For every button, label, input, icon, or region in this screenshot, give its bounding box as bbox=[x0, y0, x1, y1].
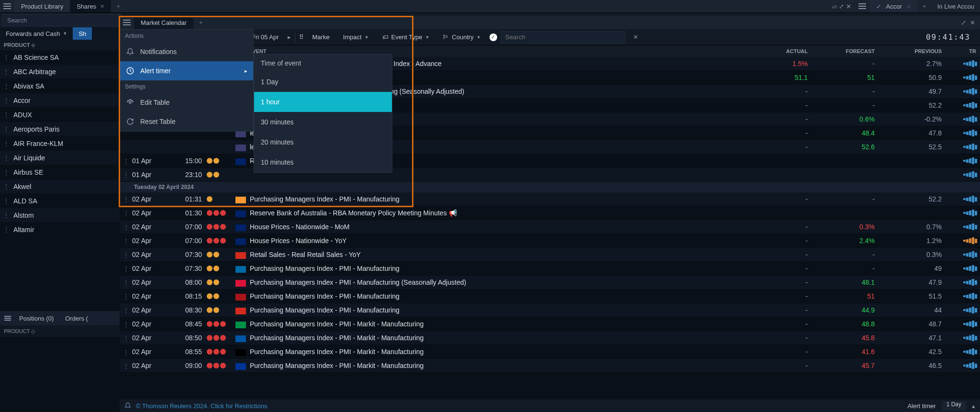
next-icon[interactable]: ▸ bbox=[288, 33, 291, 41]
drag-icon[interactable]: ⋮ bbox=[120, 321, 132, 328]
drag-icon[interactable]: ⋮ bbox=[3, 111, 11, 119]
window-expand-icon[interactable]: ⤢ bbox=[839, 3, 844, 10]
drag-icon[interactable]: ⋮ bbox=[3, 212, 11, 219]
tab-positions[interactable]: Positions (0) bbox=[14, 313, 58, 324]
tab-product-library[interactable]: Product Library bbox=[14, 0, 70, 12]
event-row[interactable]: ⋮02 Apr08:45Purchasing Managers Index - … bbox=[120, 317, 980, 331]
close-icon[interactable]: ✕ bbox=[100, 3, 104, 10]
one-day-button[interactable]: 1 Day bbox=[942, 401, 966, 411]
event-row[interactable]: ⋮02 Apr01:31Purchasing Managers Index - … bbox=[120, 192, 980, 206]
drag-icon[interactable]: ⋮ bbox=[120, 251, 132, 258]
event-row[interactable]: ⋮02 Apr01:30Reserve Bank of Australia - … bbox=[120, 206, 980, 220]
submenu-item[interactable]: 1 hour bbox=[254, 92, 392, 112]
drag-icon[interactable]: ⋮ bbox=[120, 157, 132, 165]
drag-icon[interactable]: ⋮ bbox=[120, 223, 132, 231]
drag-icon[interactable]: ⋮ bbox=[120, 237, 132, 245]
event-row[interactable]: ⋮01 Apr15:00RBA Assistant Governor Kent … bbox=[120, 154, 980, 168]
close-icon[interactable]: ✕ bbox=[970, 19, 975, 26]
flag-icon bbox=[235, 158, 246, 165]
event-row[interactable]: ⋮02 Apr07:30Purchasing Managers Index - … bbox=[120, 262, 980, 276]
drag-icon[interactable]: ⋮ bbox=[3, 154, 11, 162]
drag-icon[interactable]: ⋮ bbox=[120, 279, 132, 286]
tag-icon: 🏷 bbox=[382, 33, 389, 41]
search-input[interactable] bbox=[501, 31, 625, 44]
menu-item-reset-table[interactable]: Reset Table bbox=[120, 112, 253, 131]
drag-icon[interactable]: ⋮ bbox=[120, 293, 132, 300]
drag-icon[interactable]: ⋮ bbox=[3, 226, 11, 234]
bell-icon[interactable] bbox=[124, 402, 131, 409]
col-event: EVENT bbox=[244, 48, 746, 54]
chevron-down-icon: ▼ bbox=[425, 35, 429, 40]
drag-icon[interactable]: ⋮ bbox=[3, 140, 11, 147]
event-forecast: 45.7 bbox=[813, 362, 880, 369]
hamburger-button[interactable] bbox=[0, 0, 14, 12]
event-row[interactable]: ⋮02 Apr07:00House Prices - Nationwide - … bbox=[120, 220, 980, 234]
drag-icon[interactable]: ⋮ bbox=[120, 334, 132, 342]
hamburger-button[interactable] bbox=[120, 16, 134, 29]
drag-icon[interactable]: ⋮ bbox=[3, 82, 11, 90]
drag-icon[interactable]: ⋮ bbox=[120, 196, 132, 203]
check-circle-icon[interactable]: ✓ bbox=[490, 33, 497, 41]
copyright-link[interactable]: © Thomson Reuters 2024. Click for Restri… bbox=[136, 402, 267, 410]
triangle-up-icon[interactable]: ▴ bbox=[972, 402, 975, 410]
chip-forwards-cash[interactable]: Forwards and Cash ▼ bbox=[0, 27, 73, 40]
drag-icon[interactable]: ⋮ bbox=[3, 54, 11, 61]
window-close-icon[interactable]: ✕ bbox=[846, 3, 851, 10]
tab-orders[interactable]: Orders ( bbox=[60, 313, 93, 324]
drag-icon[interactable]: ⋮ bbox=[3, 125, 11, 133]
submenu-item[interactable]: 20 minutes bbox=[254, 132, 392, 152]
close-search-button[interactable]: ✕ bbox=[629, 31, 643, 44]
drag-icon[interactable]: ⋮ bbox=[3, 183, 11, 190]
search-input-left[interactable]: Search bbox=[2, 14, 122, 26]
drag-icon[interactable]: ⋮ bbox=[3, 197, 11, 205]
filter-impact[interactable]: Impact ▼ bbox=[338, 31, 374, 44]
sort-icon[interactable]: ◇ bbox=[32, 43, 35, 47]
calendar-title-tab[interactable]: Market Calendar bbox=[134, 16, 193, 29]
drag-icon[interactable]: ⋮ bbox=[3, 97, 11, 104]
drag-icon[interactable]: ⋮ bbox=[120, 307, 132, 314]
expand-icon[interactable]: ⤢ bbox=[961, 19, 966, 26]
hamburger-button-right[interactable] bbox=[855, 0, 869, 12]
drag-icon[interactable]: ⋮ bbox=[120, 210, 132, 217]
submenu-item[interactable]: 10 minutes bbox=[254, 152, 392, 172]
filter-country[interactable]: 🏳 Country ▼ bbox=[438, 31, 485, 44]
add-tab-button-right[interactable]: ＋ bbox=[917, 2, 932, 11]
event-row[interactable]: ⋮02 Apr08:55Purchasing Managers Index - … bbox=[120, 345, 980, 359]
event-row[interactable]: ⋮02 Apr08:00Purchasing Managers Index - … bbox=[120, 276, 980, 290]
drag-icon[interactable]: ⋮ bbox=[120, 362, 132, 369]
tab-shares[interactable]: Shares ✕ bbox=[70, 0, 111, 12]
event-name: Purchasing Managers Index - PMI - Markit… bbox=[250, 362, 746, 369]
menu-item-alert-timer[interactable]: Alert timer ▸ bbox=[120, 61, 253, 80]
event-row[interactable]: ⋮02 Apr08:30Purchasing Managers Index - … bbox=[120, 303, 980, 317]
divider bbox=[295, 32, 295, 43]
drag-icon[interactable]: ⋮ bbox=[120, 348, 132, 356]
add-tab-button[interactable]: ＋ bbox=[193, 18, 208, 27]
drag-icon[interactable]: ⋮ bbox=[3, 68, 11, 76]
submenu-item[interactable]: 1 Day bbox=[254, 72, 392, 92]
positions-bar: Positions (0) Orders ( bbox=[0, 311, 120, 325]
event-row[interactable]: ⋮01 Apr23:10 bbox=[120, 168, 980, 182]
event-time: 08:30 bbox=[171, 306, 207, 314]
event-row[interactable]: ⋮02 Apr07:30Retail Sales - Real Retail S… bbox=[120, 248, 980, 262]
window-minimize-icon[interactable]: ▱ bbox=[832, 3, 837, 10]
impact-dots bbox=[207, 279, 235, 285]
drag-icon[interactable]: ⋮ bbox=[3, 168, 11, 176]
add-tab-button[interactable]: ＋ bbox=[111, 2, 125, 11]
grid-icon[interactable]: ⠿ bbox=[299, 33, 304, 41]
event-row[interactable]: ⋮lex - PMI - ISM - Manufacturing Prices … bbox=[120, 140, 980, 154]
event-row[interactable]: ⋮02 Apr08:50Purchasing Managers Index - … bbox=[120, 331, 980, 345]
tab-accor[interactable]: ✓ Accor ○ bbox=[869, 0, 917, 12]
event-row[interactable]: ⋮02 Apr08:15Purchasing Managers Index - … bbox=[120, 290, 980, 303]
submenu-item[interactable]: 30 minutes bbox=[254, 112, 392, 132]
filter-event-type[interactable]: 🏷 Event Type ▼ bbox=[378, 31, 434, 44]
hamburger-icon[interactable] bbox=[3, 311, 12, 325]
event-row[interactable]: ⋮02 Apr07:00House Prices - Nationwide - … bbox=[120, 234, 980, 248]
filter-market[interactable]: Marke bbox=[308, 31, 334, 44]
menu-item-edit-table[interactable]: Edit Table bbox=[120, 93, 253, 112]
drag-icon[interactable]: ⋮ bbox=[120, 171, 132, 178]
menu-item-notifications[interactable]: Notifications bbox=[120, 42, 253, 61]
drag-icon[interactable]: ⋮ bbox=[120, 265, 132, 272]
chip-sh[interactable]: Sh bbox=[73, 27, 92, 40]
flag-icon bbox=[235, 252, 246, 259]
event-row[interactable]: ⋮02 Apr09:00Purchasing Managers Index - … bbox=[120, 359, 980, 373]
